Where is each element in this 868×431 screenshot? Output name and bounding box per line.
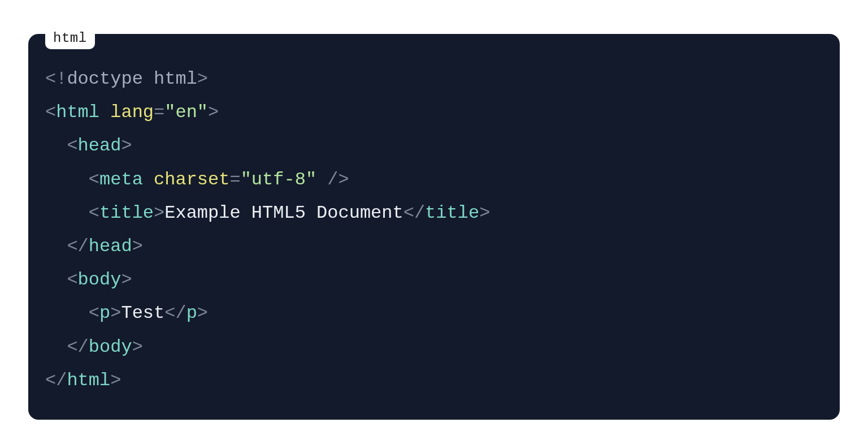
code-token: = <box>154 102 164 123</box>
code-token: "en" <box>164 102 208 123</box>
code-token: body <box>89 337 132 357</box>
code-token: > <box>110 303 121 324</box>
code-token: < <box>89 303 99 324</box>
code-token: /> <box>316 169 349 190</box>
code-token: > <box>110 370 121 391</box>
code-token: meta <box>99 169 143 190</box>
code-token: Test <box>121 303 164 324</box>
code-token: p <box>186 303 197 324</box>
code-token: < <box>45 102 56 123</box>
code-content: <!doctype html> <html lang="en"> <head> … <box>45 62 823 397</box>
code-token <box>45 135 67 156</box>
code-token: </ <box>164 303 186 324</box>
language-badge: html <box>45 28 95 49</box>
code-token: </ <box>67 337 88 357</box>
code-token <box>99 102 110 123</box>
code-token: p <box>99 303 110 324</box>
code-token <box>45 236 67 257</box>
code-token: title <box>425 202 479 223</box>
code-token: > <box>197 303 208 324</box>
code-token <box>45 337 67 357</box>
code-token: > <box>479 202 490 223</box>
code-token <box>45 169 89 190</box>
code-token: doctype html <box>67 68 197 89</box>
code-token: </ <box>403 202 425 223</box>
code-token: < <box>89 202 99 223</box>
code-token: charset <box>154 169 229 190</box>
code-token: = <box>229 169 240 190</box>
code-token: Example HTML5 Document <box>164 202 403 223</box>
code-token: head <box>78 135 121 156</box>
code-token: > <box>132 236 143 257</box>
code-token: body <box>78 269 121 290</box>
code-token: <! <box>45 68 67 89</box>
code-token: > <box>154 202 164 223</box>
code-token: > <box>132 337 143 357</box>
code-token <box>143 169 154 190</box>
code-token: < <box>89 169 99 190</box>
code-block-container: html <!doctype html> <html lang="en"> <h… <box>28 34 840 420</box>
code-token: "utf-8" <box>241 169 316 190</box>
code-token: > <box>121 269 132 290</box>
code-token: > <box>197 68 208 89</box>
code-token: < <box>67 135 77 156</box>
code-token: head <box>89 236 132 257</box>
code-token: </ <box>45 370 67 391</box>
code-token: > <box>208 102 219 123</box>
code-token: lang <box>110 102 154 123</box>
code-token: </ <box>67 236 88 257</box>
code-token <box>45 202 89 223</box>
code-token <box>45 269 67 290</box>
code-token: > <box>121 135 132 156</box>
code-token <box>45 303 89 324</box>
code-token: < <box>67 269 77 290</box>
code-token: title <box>99 202 154 223</box>
code-token: html <box>67 370 110 391</box>
code-token: html <box>56 102 99 123</box>
